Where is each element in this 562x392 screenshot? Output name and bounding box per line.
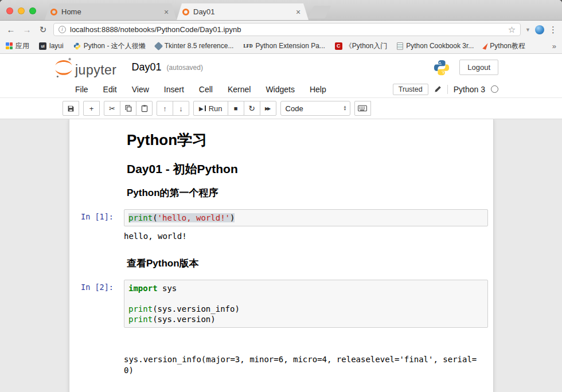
bookmark-label: layui [49,42,64,50]
bookmark-python-rumen[interactable]: C 《Python入门 [335,41,387,51]
url-input[interactable]: i localhost:8888/notebooks/PythonCode/Da… [53,23,521,36]
menu-kernel[interactable]: Kernel [220,83,258,96]
bookmark-label: Tkinter 8.5 reference... [165,42,234,50]
menu-cell[interactable]: Cell [192,83,220,96]
interrupt-kernel-button[interactable]: ■ [228,101,244,116]
move-cell-down-button[interactable]: ↓ [173,101,189,116]
new-tab-button[interactable] [308,6,331,18]
run-icon-bar [205,105,206,111]
cell-output: sys.version_info(major=3, minor=6, micro… [124,331,477,392]
c-site-icon: C [335,42,342,50]
bookmark-cookbook[interactable]: Python Cookbook 3r... [397,42,474,50]
extension-globe-icon[interactable] [535,25,544,34]
command-palette-button[interactable] [354,101,371,116]
select-stepper-icon: ▲ ▼ [344,105,347,111]
close-tab-icon[interactable]: × [294,7,303,17]
bookmark-python-tutorial[interactable]: Python教程 [483,41,525,51]
heading-2: Day01 - 初始Python [127,161,487,177]
output-prompt-spacer [69,230,124,244]
jupyter-favicon-icon [182,9,189,15]
heading-3: Python的第一个程序 [127,187,487,199]
forward-icon[interactable]: → [21,25,33,34]
notebook-toolbar: + ✂ ↑ ↓ ▶ Run ■ ↻ ▶▶ Code [0,98,562,119]
menu-edit[interactable]: Edit [96,83,124,96]
menu-widgets[interactable]: Widgets [258,83,302,96]
bookmark-python-blog[interactable]: Python - 这个人很懒 [73,41,146,51]
bookmark-tkinter[interactable]: Tkinter 8.5 reference... [155,42,234,50]
bookmark-apps[interactable]: 应用 [6,41,29,51]
notebook-container: Python学习 Day01 - 初始Python Python的第一个程序 I… [69,119,494,392]
bookmark-layui[interactable]: ui layui [39,42,64,50]
run-button[interactable]: ▶ Run [193,101,228,116]
notebook-title[interactable]: Day01 [132,61,162,73]
add-cell-button[interactable]: + [83,101,100,116]
menu-view[interactable]: View [124,83,157,96]
copy-cell-button[interactable] [120,101,136,116]
apps-grid-icon [6,42,13,49]
restart-run-all-button[interactable]: ▶▶ [260,101,276,116]
code-input-area[interactable]: import sys print(sys.version_info) print… [124,280,488,328]
close-tab-icon[interactable]: × [162,7,171,17]
tab-home[interactable]: Home × [45,3,177,20]
close-window-button[interactable] [6,7,13,14]
page-info-icon[interactable]: i [58,26,66,33]
divider [447,85,448,94]
run-icon: ▶ [199,105,204,112]
restart-kernel-button[interactable]: ↻ [244,101,260,116]
feather-icon [483,42,488,49]
bookmark-lfd[interactable]: LFD Python Extension Pa... [243,42,325,50]
titlebar: Home × Day01 × [0,0,562,21]
menu-file[interactable]: File [68,83,96,96]
bookmark-label: 应用 [15,41,29,51]
bookmark-label: Python - 这个人很懒 [84,41,146,51]
paste-cell-button[interactable] [136,101,153,116]
code-input-area[interactable]: print('hello, world!') [124,209,488,226]
cut-cell-button[interactable]: ✂ [104,101,120,116]
notebook-scroll-area[interactable]: Python学习 Day01 - 初始Python Python的第一个程序 I… [0,119,562,392]
minimize-window-button[interactable] [18,7,25,14]
menu-insert[interactable]: Insert [157,83,192,96]
bookmark-label: 《Python入门 [345,41,387,51]
logout-button[interactable]: Logout [459,60,498,75]
jupyter-brand-text: jupyter [75,62,117,78]
cell-type-select[interactable]: Code ▲ ▼ [280,101,350,116]
input-prompt: In [1]: [69,209,124,226]
tab-strip: Home × Day01 × [45,3,328,20]
trusted-button[interactable]: Trusted [393,84,428,95]
downloads-dropdown-icon[interactable]: ▼ [525,27,530,33]
heading-1: Python学习 [127,131,487,150]
heading-3: 查看Python版本 [127,257,487,270]
jupyter-favicon-icon [50,9,57,15]
url-text[interactable]: localhost:8888/notebooks/PythonCode/Day0… [70,25,504,34]
back-icon[interactable]: ← [5,25,17,34]
input-prompt: In [2]: [69,280,124,328]
lfd-icon: LFD [243,44,252,49]
bookmark-label: Python教程 [490,41,525,51]
jupyter-planet-icon [54,57,73,78]
output-prompt-spacer [69,331,124,392]
traffic-lights [6,7,36,14]
reload-icon[interactable]: ↻ [37,25,49,35]
paste-icon [140,104,149,112]
edit-mode-pencil-icon [434,85,442,93]
copy-icon [124,104,132,112]
tkinter-icon [154,41,163,50]
browser-window: Home × Day01 × ← → ↻ i localhost:8888/no… [0,0,562,392]
markdown-cell: Python学习 Day01 - 初始Python Python的第一个程序 [69,131,493,199]
autosave-status: (autosaved) [167,64,203,72]
move-cell-up-button[interactable]: ↑ [157,101,173,116]
python-icon [73,42,81,50]
code-cell-1: In [1]: print('hello, world!') hello, wo… [69,206,493,247]
browser-menu-icon[interactable]: ⋮ [549,25,557,35]
save-button[interactable] [63,101,79,116]
address-bar: ← → ↻ i localhost:8888/notebooks/PythonC… [0,21,562,38]
bookmark-star-icon[interactable]: ☆ [508,25,516,35]
bookmarks-overflow-icon[interactable]: » [552,42,556,50]
book-icon [397,42,403,50]
menu-help[interactable]: Help [302,83,334,96]
zoom-window-button[interactable] [29,7,36,14]
bookmark-label: Python Cookbook 3r... [406,42,474,50]
jupyter-logo[interactable]: jupyter [54,57,117,78]
tab-day01[interactable]: Day01 × [177,3,309,20]
cell-output: hello, world! [124,230,477,244]
